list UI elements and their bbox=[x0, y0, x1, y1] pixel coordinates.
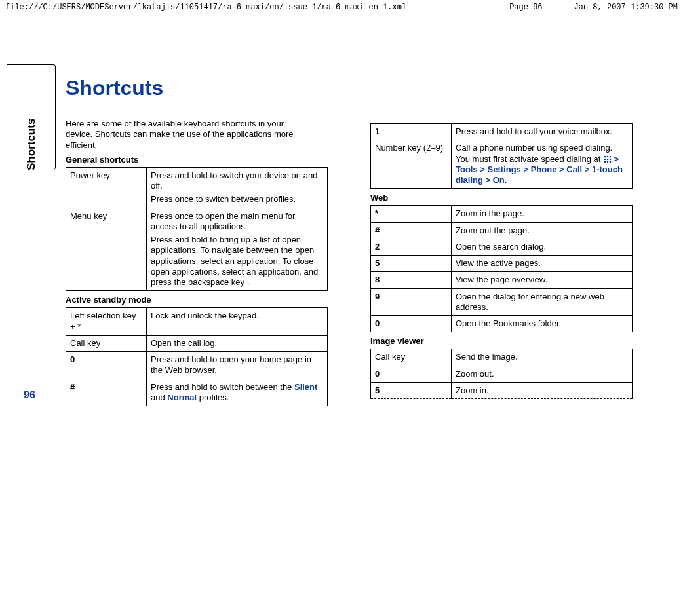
desc-line: Press once to switch between profiles. bbox=[151, 194, 323, 204]
table-row: Left selection key + * Lock and unlock t… bbox=[66, 308, 328, 336]
intro-text: Here are some of the available keyboard … bbox=[66, 119, 308, 151]
svg-point-2 bbox=[610, 155, 612, 157]
cell-key: Number key (2–9) bbox=[371, 140, 452, 189]
cell-key: * bbox=[371, 206, 452, 222]
svg-point-6 bbox=[604, 161, 606, 163]
desc-line: Press and hold to bring up a list of ope… bbox=[151, 235, 323, 288]
table-row: Number key (2–9) Call a phone number usi… bbox=[371, 140, 633, 189]
cell-key: Power key bbox=[66, 167, 147, 208]
table-row: 0Open the Bookmarks folder. bbox=[371, 316, 633, 332]
cell-desc: Zoom in the page. bbox=[452, 206, 633, 222]
table-row: 2Open the search dialog. bbox=[371, 239, 633, 255]
cell-key: # bbox=[371, 222, 452, 239]
table-row: Call key Open the call log. bbox=[66, 335, 328, 351]
menu-grid-icon bbox=[603, 155, 612, 163]
cell-desc: Open the dialog for entering a new web a… bbox=[452, 288, 633, 316]
side-tab-label: Shortcuts bbox=[25, 119, 38, 170]
cell-key: Call key bbox=[66, 335, 147, 351]
profile-link-normal: Normal bbox=[167, 393, 197, 402]
profile-link-silent: Silent bbox=[294, 382, 317, 392]
cell-key: 5 bbox=[371, 382, 452, 398]
table-row: 5Zoom in. bbox=[371, 382, 633, 398]
table-row: 0 Press and hold to open your home page … bbox=[66, 352, 328, 379]
cell-key: 0 bbox=[371, 316, 452, 332]
cell-desc: View the active pages. bbox=[452, 256, 633, 272]
table-web: *Zoom in the page. #Zoom out the page. 2… bbox=[370, 205, 633, 332]
cell-key: Call key bbox=[371, 349, 452, 366]
table-row: # Press and hold to switch between the S… bbox=[66, 379, 328, 406]
desc-line: Press once to open the main menu for acc… bbox=[151, 211, 323, 233]
desc-line: Press and hold to switch your device on … bbox=[151, 170, 323, 192]
file-path: file:///C:/USERS/MODEServer/lkatajis/110… bbox=[5, 3, 406, 12]
cell-desc: Open the Bookmarks folder. bbox=[452, 316, 633, 332]
cell-key: 5 bbox=[371, 256, 452, 272]
cell-desc: Zoom out the page. bbox=[452, 222, 633, 239]
cell-desc: Press and hold to call your voice mailbo… bbox=[452, 124, 633, 140]
cell-desc: View the page overview. bbox=[452, 272, 633, 288]
cell-key: 0 bbox=[371, 366, 452, 382]
svg-point-0 bbox=[604, 155, 606, 157]
cell-key: Left selection key + * bbox=[66, 308, 147, 336]
cell-desc: Lock and unlock the keypad. bbox=[147, 308, 328, 336]
table-row: Call keySend the image. bbox=[371, 349, 633, 366]
cell-key: 9 bbox=[371, 288, 452, 316]
table-row: #Zoom out the page. bbox=[371, 222, 633, 239]
table-row: 9Open the dialog for entering a new web … bbox=[371, 288, 633, 316]
table-row: *Zoom in the page. bbox=[371, 206, 633, 222]
svg-point-4 bbox=[607, 158, 609, 160]
table-row: 1 Press and hold to call your voice mail… bbox=[371, 124, 633, 140]
header-page: Page 96 bbox=[509, 3, 542, 12]
file-header: file:///C:/USERS/MODEServer/lkatajis/110… bbox=[0, 0, 683, 13]
svg-point-1 bbox=[607, 155, 609, 157]
table-row: 8View the page overview. bbox=[371, 272, 633, 288]
section-standby-label: Active standby mode bbox=[66, 295, 355, 305]
cell-key: Menu key bbox=[66, 208, 147, 291]
svg-point-7 bbox=[607, 161, 609, 163]
cell-key: 1 bbox=[371, 124, 452, 140]
cell-desc: Zoom out. bbox=[452, 366, 633, 382]
table-row: Menu key Press once to open the main men… bbox=[66, 208, 328, 291]
table-image: Call keySend the image. 0Zoom out. 5Zoom… bbox=[370, 349, 633, 399]
cell-desc: Press and hold to switch your device on … bbox=[147, 167, 328, 208]
cell-desc: Press and hold to switch between the Sil… bbox=[147, 379, 328, 406]
cell-desc: Send the image. bbox=[452, 349, 633, 366]
header-date: Jan 8, 2007 1:39:30 PM bbox=[574, 3, 678, 12]
table-row: 5View the active pages. bbox=[371, 256, 633, 272]
cell-desc: Call a phone number using speed dialing.… bbox=[452, 140, 633, 189]
svg-point-5 bbox=[610, 158, 612, 160]
cell-desc: Press and hold to open your home page in… bbox=[147, 352, 328, 379]
cell-key: # bbox=[66, 379, 147, 406]
svg-point-8 bbox=[610, 161, 612, 163]
cell-key: 0 bbox=[66, 352, 147, 379]
section-image-label: Image viewer bbox=[370, 336, 659, 346]
page-number: 96 bbox=[24, 389, 35, 401]
table-row: 0Zoom out. bbox=[371, 366, 633, 382]
nav-settings: Settings bbox=[488, 164, 521, 174]
svg-point-3 bbox=[604, 158, 606, 160]
table-general: Power key Press and hold to switch your … bbox=[66, 167, 328, 292]
nav-call: Call bbox=[566, 164, 582, 174]
table-standby-right: 1 Press and hold to call your voice mail… bbox=[370, 123, 633, 189]
nav-on: On bbox=[493, 175, 505, 185]
cell-key: 2 bbox=[371, 239, 452, 255]
section-general-label: General shortcuts bbox=[66, 155, 355, 164]
cell-desc: Open the call log. bbox=[147, 335, 328, 351]
nav-phone: Phone bbox=[531, 164, 557, 174]
section-web-label: Web bbox=[370, 193, 659, 202]
page-title: Shortcuts bbox=[66, 76, 355, 100]
table-row: Power key Press and hold to switch your … bbox=[66, 167, 328, 208]
nav-tools: Tools bbox=[456, 164, 478, 174]
table-standby-left: Left selection key + * Lock and unlock t… bbox=[66, 307, 328, 406]
cell-key: 8 bbox=[371, 272, 452, 288]
cell-desc: Press once to open the main menu for acc… bbox=[147, 208, 328, 291]
cell-desc: Open the search dialog. bbox=[452, 239, 633, 255]
cell-desc: Zoom in. bbox=[452, 382, 633, 398]
